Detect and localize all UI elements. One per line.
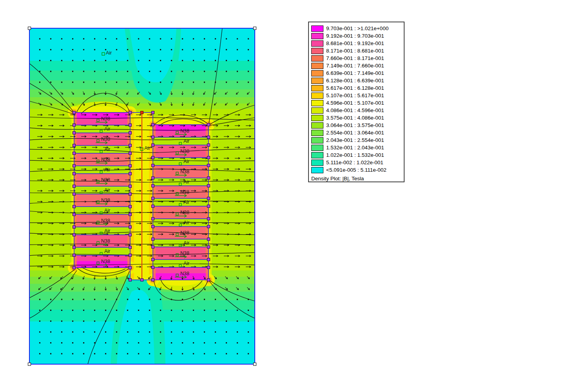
legend-rows: 9.703e-001 : >1.021e+0009.192e-001 : 9.7… [311, 25, 404, 174]
legend-row: 4.086e-001 : 4.596e-001 [311, 107, 404, 114]
legend-swatch [311, 107, 323, 114]
node-handle[interactable] [152, 123, 154, 126]
node-handle[interactable] [73, 213, 76, 216]
node-handle[interactable] [152, 111, 154, 114]
node-handle[interactable] [73, 226, 76, 229]
node-handle[interactable] [129, 205, 132, 208]
node-handle[interactable] [207, 205, 210, 208]
legend-row: 4.596e-001 : 5.107e-001 [311, 99, 404, 107]
node-handle[interactable] [129, 124, 132, 127]
node-handle[interactable] [73, 254, 76, 257]
node-handle[interactable] [73, 172, 76, 175]
legend-swatch [311, 93, 323, 99]
legend-swatch [311, 25, 323, 32]
magnet-label: N38 [101, 157, 110, 162]
node-handle[interactable] [73, 205, 76, 208]
node-handle[interactable] [207, 266, 210, 269]
node-handle[interactable] [152, 238, 154, 241]
node-handle[interactable] [152, 246, 154, 249]
air-label: Air [183, 138, 189, 144]
air-label: Air [104, 208, 110, 213]
node-handle[interactable] [129, 254, 132, 257]
corner-handle[interactable] [28, 363, 31, 366]
node-handle[interactable] [207, 144, 210, 147]
node-handle[interactable] [207, 279, 210, 281]
node-handle[interactable] [207, 156, 210, 159]
node-handle[interactable] [73, 165, 76, 167]
node-handle[interactable] [129, 144, 132, 147]
legend-swatch [311, 122, 323, 129]
node-handle[interactable] [129, 111, 132, 114]
node-handle[interactable] [207, 185, 210, 187]
node-handle[interactable] [129, 234, 132, 236]
femm-postprocessor-view: N38AirN38AirN38AirN38AirN38AirN38AirN38A… [0, 0, 588, 392]
node-handle[interactable] [129, 213, 132, 216]
node-handle[interactable] [129, 172, 132, 175]
node-handle[interactable] [152, 225, 154, 228]
node-handle[interactable] [73, 185, 76, 188]
node-handle[interactable] [207, 123, 210, 126]
node-handle[interactable] [152, 266, 154, 269]
node-handle[interactable] [152, 185, 154, 187]
node-handle[interactable] [207, 225, 210, 228]
node-handle[interactable] [207, 218, 210, 220]
node-handle[interactable] [73, 234, 76, 236]
node-handle[interactable] [73, 132, 76, 134]
legend-row: 2.043e-001 : 2.554e-001 [311, 136, 404, 144]
air-label: Air [106, 50, 112, 56]
corner-handle[interactable] [28, 27, 31, 30]
node-handle[interactable] [207, 246, 210, 249]
node-handle[interactable] [73, 144, 76, 147]
node-handle[interactable] [152, 164, 154, 167]
node-handle[interactable] [152, 205, 154, 208]
legend-swatch [311, 100, 323, 106]
node-handle[interactable] [152, 258, 154, 261]
magnet-label: N38 [101, 259, 110, 264]
legend-range: 1.022e-001 : 1.532e-001 [326, 152, 384, 158]
air-label: Air [183, 200, 189, 205]
node-handle[interactable] [207, 258, 210, 261]
node-handle[interactable] [152, 156, 154, 159]
legend-range: 1.532e-001 : 2.043e-001 [326, 145, 384, 151]
node-handle[interactable] [152, 279, 154, 281]
node-handle[interactable] [129, 132, 132, 134]
magnet-label: N38 [180, 250, 189, 256]
node-handle[interactable] [73, 111, 76, 114]
legend-swatch [311, 70, 323, 76]
corner-handle[interactable] [254, 363, 256, 366]
legend-swatch [311, 115, 323, 121]
node-handle[interactable] [141, 111, 143, 114]
node-handle[interactable] [129, 246, 132, 249]
node-handle[interactable] [129, 185, 132, 188]
node-handle[interactable] [152, 197, 154, 200]
legend-row: 3.064e-001 : 3.575e-001 [311, 122, 404, 129]
node-handle[interactable] [73, 124, 76, 127]
node-handle[interactable] [207, 164, 210, 167]
node-handle[interactable] [152, 218, 154, 220]
node-handle[interactable] [207, 136, 210, 139]
node-handle[interactable] [207, 238, 210, 241]
node-handle[interactable] [73, 152, 76, 155]
node-handle[interactable] [129, 165, 132, 167]
node-handle[interactable] [207, 197, 210, 200]
density-plot-canvas[interactable]: N38AirN38AirN38AirN38AirN38AirN38AirN38A… [0, 0, 274, 392]
magnet-label: N38 [101, 198, 110, 203]
node-handle[interactable] [73, 246, 76, 249]
node-handle[interactable] [129, 152, 132, 155]
node-handle[interactable] [73, 267, 76, 269]
node-handle[interactable] [152, 177, 154, 180]
node-handle[interactable] [129, 267, 132, 269]
node-handle[interactable] [152, 144, 154, 147]
node-handle[interactable] [129, 279, 132, 281]
node-handle[interactable] [129, 193, 132, 196]
corner-handle[interactable] [254, 27, 256, 30]
legend-range: <5.091e-005 : 5.111e-002 [326, 167, 387, 173]
legend-box: 9.703e-001 : >1.021e+0009.192e-001 : 9.7… [308, 22, 405, 182]
magnet-label: N38 [101, 177, 110, 183]
legend-swatch [311, 33, 323, 39]
node-handle[interactable] [73, 193, 76, 196]
node-handle[interactable] [129, 226, 132, 229]
node-handle[interactable] [152, 136, 154, 139]
node-handle[interactable] [141, 279, 143, 281]
node-handle[interactable] [207, 177, 210, 180]
